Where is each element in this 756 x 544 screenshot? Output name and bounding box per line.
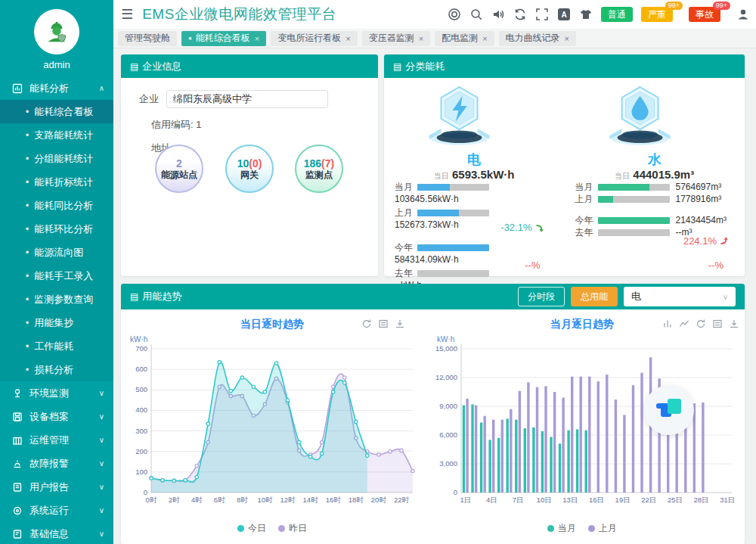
sidebar-item-label: 能源流向图 <box>34 246 83 260</box>
close-icon[interactable]: × <box>345 34 350 43</box>
fullscreen-icon[interactable] <box>535 8 549 21</box>
close-icon[interactable]: × <box>419 34 423 43</box>
download-icon[interactable] <box>395 319 405 329</box>
trend-panel-title: 用能趋势 <box>142 290 181 303</box>
hourly-chart-legend[interactable]: 今日昨日 <box>121 522 423 535</box>
sidebar-item-19[interactable]: 基础信息∨ <box>0 522 113 544</box>
sidebar-item-15[interactable]: 运维管理∨ <box>0 428 113 452</box>
daily-chart-legend[interactable]: 当月上月 <box>431 522 733 535</box>
trend-panel-header: ▤ 用能趋势 分时段 总用能 电 ∨ <box>121 284 745 309</box>
bar-track <box>417 210 489 216</box>
time-period-button[interactable]: 分时段 <box>518 287 565 306</box>
restore-icon[interactable] <box>361 319 372 329</box>
bar-label: 上月 <box>395 207 417 219</box>
sidebar-item-label: 能耗手工录入 <box>34 269 93 283</box>
category-panel-title: 分类能耗 <box>405 60 445 73</box>
sidebar-menu: 能耗分析∧•能耗综合看板•支路能耗统计•分组能耗统计•能耗折标统计•能耗同比分析… <box>0 76 113 544</box>
avatar[interactable] <box>34 9 79 54</box>
tab-0[interactable]: 管理驾驶舱 <box>118 31 177 46</box>
today-label: 当日 <box>615 172 630 180</box>
daily-trend-chart[interactable]: kW·h03,0006,0009,00012,00015,0001日4日7日10… <box>426 334 738 520</box>
bar-value: 103645.56kW·h <box>395 194 575 204</box>
tab-5[interactable]: 电力曲线记录× <box>499 31 576 46</box>
sidebar-item-0[interactable]: 能耗分析∧ <box>0 76 113 100</box>
volume-icon[interactable] <box>491 8 505 21</box>
line-icon[interactable] <box>679 319 689 329</box>
at-circle-icon[interactable] <box>448 8 461 21</box>
translate-icon[interactable]: A <box>557 8 571 21</box>
sidebar-item-2[interactable]: •支路能耗统计 <box>0 123 113 147</box>
sidebar-item-label: 环境监测 <box>29 387 69 400</box>
env-icon <box>12 388 23 399</box>
dataview-icon[interactable] <box>712 319 723 329</box>
sidebar-item-18[interactable]: 系统运行∨ <box>0 499 113 522</box>
sidebar-item-4[interactable]: •能耗折标统计 <box>0 170 113 194</box>
chevron-down-icon: ∨ <box>99 530 104 538</box>
bar-value: 584314.09kW·h <box>395 254 575 265</box>
tab-label: 变压器监测 <box>369 32 414 45</box>
legend-item[interactable]: 昨日 <box>278 522 307 535</box>
user-icon[interactable] <box>736 8 750 21</box>
alert-pill-0[interactable]: 普通 <box>601 7 633 22</box>
download-icon[interactable] <box>729 319 739 329</box>
total-energy-button[interactable]: 总用能 <box>571 287 618 306</box>
trend-body: 当日逐时趋势 当月逐日趋势 kW·h0100200300400500600700… <box>121 309 745 544</box>
sidebar-item-3[interactable]: •分组能耗统计 <box>0 147 113 170</box>
alert-pill-2[interactable]: 事故99+ <box>689 7 720 22</box>
hourly-trend-chart[interactable]: kW·h01002003004005006007000时2时4时6时8时10时1… <box>124 334 420 520</box>
legend-item[interactable]: 上月 <box>588 522 617 535</box>
sidebar-item-7[interactable]: •能源流向图 <box>0 241 113 264</box>
tab-4[interactable]: 配电监测× <box>435 31 494 46</box>
close-icon[interactable]: × <box>255 34 259 43</box>
watermark-logo <box>644 385 694 435</box>
sidebar-item-14[interactable]: 设备档案∨ <box>0 405 113 428</box>
dataview-icon[interactable] <box>378 319 389 329</box>
svg-text:10时: 10时 <box>257 496 273 504</box>
sidebar-item-6[interactable]: •能耗环比分析 <box>0 217 113 241</box>
svg-text:1日: 1日 <box>460 496 471 504</box>
svg-text:3,000: 3,000 <box>439 459 457 468</box>
sidebar-item-11[interactable]: •工作能耗 <box>0 334 113 358</box>
svg-text:25日: 25日 <box>668 496 683 504</box>
company-input[interactable] <box>166 90 328 108</box>
tab-2[interactable]: 变电所运行看板× <box>271 31 357 46</box>
legend-item[interactable]: 当月 <box>547 522 576 535</box>
energy-type-select[interactable]: 电 ∨ <box>624 287 736 306</box>
sidebar-item-9[interactable]: •监测参数查询 <box>0 288 113 311</box>
bar-track <box>417 270 489 277</box>
svg-text:20时: 20时 <box>371 496 387 504</box>
svg-text:22时: 22时 <box>394 496 410 504</box>
svg-text:4日: 4日 <box>486 496 497 504</box>
energy-trend-panel: ▤ 用能趋势 分时段 总用能 电 ∨ 当日逐时趋势 当月逐日趋势 kW·h010… <box>121 284 745 544</box>
bar-track <box>598 196 670 203</box>
hamburger-icon[interactable]: ☰ <box>121 6 133 23</box>
refresh-icon[interactable] <box>513 8 527 21</box>
active-dot-icon: ● <box>188 35 192 42</box>
tab-1[interactable]: ●能耗综合看板× <box>181 31 266 46</box>
sidebar-item-1[interactable]: •能耗综合看板 <box>0 100 113 123</box>
sidebar-item-13[interactable]: 环境监测∨ <box>0 381 113 405</box>
bullet-icon: • <box>26 107 29 117</box>
sidebar-item-12[interactable]: •损耗分析 <box>0 358 113 381</box>
stat-extra: (7) <box>321 157 334 169</box>
svg-text:10日: 10日 <box>537 496 552 504</box>
sidebar-item-16[interactable]: 故障报警∨ <box>0 452 113 475</box>
tab-3[interactable]: 变压器监测× <box>362 31 430 46</box>
bar-label: 去年 <box>575 226 598 239</box>
theme-icon[interactable] <box>579 8 593 21</box>
alert-pill-1[interactable]: 严重99+ <box>641 7 673 22</box>
panel-grid-icon: ▤ <box>130 291 138 302</box>
close-icon[interactable]: × <box>482 34 487 43</box>
close-icon[interactable]: × <box>565 34 569 43</box>
sidebar-item-8[interactable]: •能耗手工录入 <box>0 264 113 288</box>
legend-item[interactable]: 今日 <box>237 522 266 535</box>
legend-label: 今日 <box>248 522 266 535</box>
sidebar-item-5[interactable]: •能耗同比分析 <box>0 194 113 217</box>
sidebar-item-17[interactable]: 用户报告∨ <box>0 475 113 499</box>
search-icon[interactable] <box>469 8 483 21</box>
sidebar-item-10[interactable]: •用能集抄 <box>0 311 113 334</box>
bullet-icon: • <box>26 365 29 375</box>
sidebar-item-label: 运维管理 <box>29 434 69 447</box>
restore-icon[interactable] <box>696 319 706 329</box>
bar-icon[interactable] <box>662 319 673 329</box>
